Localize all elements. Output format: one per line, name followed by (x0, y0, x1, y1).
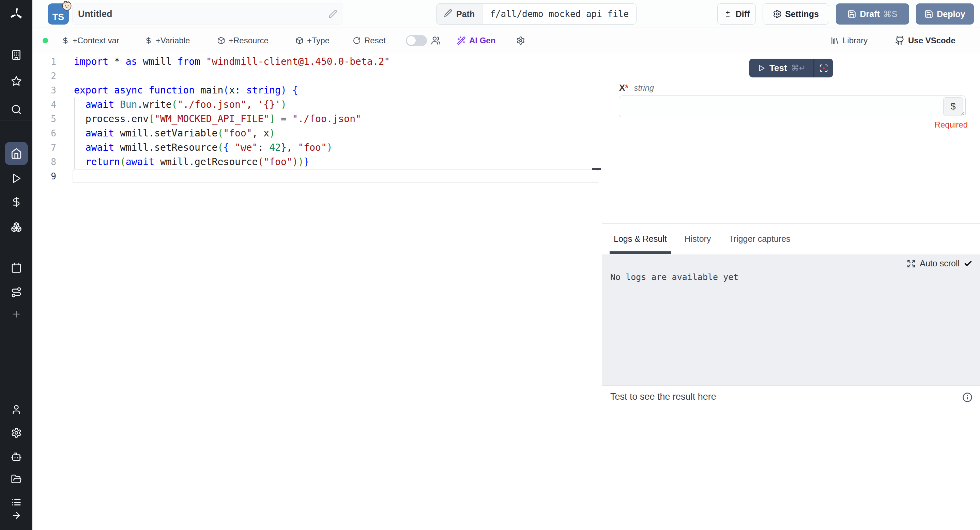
search-icon[interactable] (11, 104, 22, 115)
tab-label: Logs & Result (614, 234, 667, 244)
ai-gen-button[interactable]: AI Gen (457, 28, 495, 53)
script-settings-gear-icon[interactable] (516, 28, 525, 53)
line-number: 3 (32, 83, 56, 97)
code-line[interactable]: 2 (32, 69, 602, 83)
workspace-building-icon[interactable] (11, 49, 22, 61)
code-line[interactable]: 3export async function main(x: string) { (32, 83, 602, 97)
settings-gear-icon (773, 10, 782, 18)
add-resource-button[interactable]: +Resource (217, 28, 269, 53)
code-editor[interactable]: 1import * as wmill from "windmill-client… (32, 53, 602, 530)
autoscroll-label: Auto scroll (920, 259, 959, 268)
save-icon (848, 10, 856, 18)
code-line[interactable]: 8 return(await wmill.getResource("foo"))… (32, 155, 602, 169)
code-line[interactable]: 1import * as wmill from "windmill-client… (32, 54, 602, 69)
diff-icon (724, 10, 732, 18)
capture-button[interactable] (815, 59, 833, 77)
sidebar-item-runs-play-icon[interactable] (11, 173, 22, 184)
code-text (74, 69, 602, 83)
line-number: 7 (32, 140, 56, 155)
bun-runtime-badge-icon (61, 0, 72, 11)
add-variable-button[interactable]: +Variable (145, 28, 190, 53)
code-line[interactable]: 6 await wmill.setVariable("foo", x) (32, 126, 602, 140)
users-icon (431, 28, 441, 53)
ai-gen-label: AI Gen (469, 36, 495, 45)
sidebar-item-home[interactable] (5, 142, 28, 165)
status-dot (43, 38, 48, 43)
check-icon (964, 259, 972, 268)
save-icon (924, 10, 933, 18)
package-icon (217, 37, 225, 45)
add-context-var-label: +Context var (73, 36, 119, 45)
draft-shortcut: ⌘S (883, 9, 897, 19)
test-button[interactable]: Test ⌘↵ (749, 59, 814, 77)
use-vscode-label: Use VScode (908, 36, 956, 45)
line-number: 1 (32, 54, 56, 69)
sidebar-folder-open-icon[interactable] (11, 474, 22, 485)
dollar-icon (145, 37, 152, 44)
sidebar-item-routes-icon[interactable] (11, 287, 22, 298)
windmill-logo[interactable] (9, 7, 24, 22)
script-title-field[interactable]: Untitled (72, 3, 343, 25)
result-tabs: Logs & Result History Trigger captures (602, 224, 980, 254)
diff-button[interactable]: Diff (717, 3, 756, 24)
line-number: 4 (32, 97, 56, 112)
info-icon[interactable] (962, 392, 972, 404)
library-button[interactable]: Library (830, 28, 867, 53)
github-icon (895, 36, 905, 45)
add-resource-label: +Resource (229, 36, 269, 45)
sidebar-list-icon[interactable] (11, 497, 21, 508)
sidebar-item-variables-dollar-icon[interactable] (11, 196, 22, 208)
dollar-icon (62, 37, 69, 44)
path-button[interactable]: Path f/all/demo_mocked_api_file (436, 3, 636, 24)
tab-history[interactable]: History (681, 224, 715, 254)
add-type-label: +Type (307, 36, 329, 45)
test-button-cluster: Test ⌘↵ (749, 59, 833, 77)
app-root: TS Untitled Path f/all/demo_mocked_api_f… (0, 0, 980, 530)
sidebar-item-resources-boxes-icon[interactable] (11, 222, 22, 233)
required-asterisk: * (625, 83, 628, 93)
sidebar-user-icon[interactable] (11, 404, 22, 415)
library-icon (830, 36, 839, 45)
test-label: Test (769, 63, 787, 73)
add-context-var-button[interactable]: +Context var (62, 28, 119, 53)
editor-toolbar: +Context var +Variable +Resource +Type R… (32, 28, 980, 53)
tab-trigger-captures[interactable]: Trigger captures (724, 224, 794, 254)
draft-button[interactable]: Draft ⌘S (836, 3, 909, 24)
draft-label: Draft (860, 9, 880, 19)
code-line[interactable]: 9 (32, 169, 602, 184)
code-text: return(await wmill.getResource("foo"))} (74, 155, 602, 169)
line-number: 2 (32, 69, 56, 83)
sidebar-item-schedules-calendar-icon[interactable] (11, 262, 22, 273)
path-value: f/all/demo_mocked_api_file (482, 4, 636, 24)
sidebar-collapse-arrow-icon[interactable] (11, 510, 21, 520)
code-line[interactable]: 4 await Bun.write("./foo.json", '{}') (32, 97, 602, 112)
panel-splitter[interactable] (602, 28, 602, 530)
diff-label: Diff (736, 9, 750, 19)
code-line[interactable]: 7 await wmill.setResource({ "we": 42}, "… (32, 140, 602, 155)
path-label-segment: Path (436, 4, 482, 24)
required-hint: Required (935, 120, 968, 129)
sidebar-add-plus-icon[interactable] (11, 309, 21, 319)
argument-input[interactable]: $ (619, 96, 966, 117)
resize-grip[interactable] (959, 110, 965, 117)
code-lines: 1import * as wmill from "windmill-client… (32, 54, 602, 184)
multiplayer-toggle[interactable] (406, 35, 427, 46)
sidebar-bot-icon[interactable] (11, 451, 22, 462)
autoscroll-control[interactable]: Auto scroll (907, 259, 972, 268)
sidebar-settings-gear-icon[interactable] (11, 427, 22, 438)
tab-label: History (684, 234, 711, 244)
code-line[interactable]: 5 process.env["WM_MOCKED_API_FILE"] = ".… (32, 112, 602, 126)
code-text (74, 169, 602, 184)
deploy-label: Deploy (937, 9, 965, 19)
add-type-button[interactable]: +Type (296, 28, 329, 53)
deploy-button[interactable]: Deploy (916, 3, 974, 24)
code-text: await wmill.setVariable("foo", x) (74, 126, 602, 140)
code-text: export async function main(x: string) { (74, 83, 602, 97)
run-panel: Test ⌘↵ X* string $ Required Logs & Resu… (602, 53, 980, 530)
settings-button[interactable]: Settings (763, 3, 829, 24)
tab-logs-result[interactable]: Logs & Result (609, 224, 671, 254)
favorites-star-icon[interactable] (11, 76, 22, 87)
use-vscode-button[interactable]: Use VScode (895, 28, 956, 53)
edit-title-pencil-icon[interactable] (328, 10, 337, 20)
reset-button[interactable]: Reset (353, 28, 386, 53)
